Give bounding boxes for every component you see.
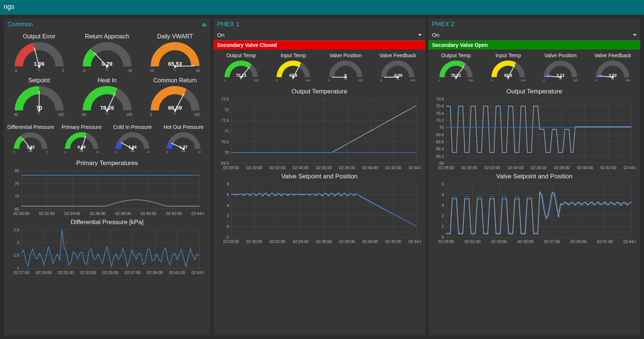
svg-text:02:37:00: 02:37:00 <box>544 239 560 244</box>
svg-text:02:32:00: 02:32:00 <box>39 211 55 216</box>
gauge-valve-position: Valve Position 3.13 % 0 100 <box>534 51 587 85</box>
gauge-label: Output Error <box>23 33 55 40</box>
svg-text:02:30:00: 02:30:00 <box>461 165 477 170</box>
svg-text:70.8: 70.8 <box>436 97 444 101</box>
svg-text:02:33:00: 02:33:00 <box>491 239 507 244</box>
svg-text:02:34:00: 02:34:00 <box>508 165 524 170</box>
svg-text:02:36:00: 02:36:00 <box>316 239 332 244</box>
gauge-label: Cold In Pressure <box>113 124 152 130</box>
svg-text:02:32:00: 02:32:00 <box>270 165 285 170</box>
gauge-label: Setpoint <box>28 77 50 84</box>
svg-text:02:44:00: 02:44:00 <box>409 239 421 244</box>
svg-text:70: 70 <box>15 194 19 198</box>
gauge-label: Valve Position <box>329 52 362 58</box>
svg-text:4: 4 <box>442 192 444 197</box>
collapse-icon[interactable] <box>202 23 207 26</box>
svg-text:02:31:00: 02:31:00 <box>465 239 480 244</box>
gauge-label: Valve Position <box>544 52 577 58</box>
svg-text:02:36:00: 02:36:00 <box>90 211 106 216</box>
panel-phex-2-title-row: PHEX 2 <box>428 18 640 30</box>
phex-2-gauges: Output Temp 70.01 C 0 100 Input Temp 65.… <box>428 49 640 86</box>
panel-common-title-row[interactable]: Common <box>4 18 210 30</box>
svg-text:70.5: 70.5 <box>221 140 229 144</box>
svg-text:70.2: 70.2 <box>436 118 444 123</box>
svg-text:65: 65 <box>15 207 19 211</box>
svg-text:70.4: 70.4 <box>436 111 444 116</box>
gauge-output-error: Output Error 1.06 C -5 5 <box>5 32 73 76</box>
gauge-label: Output Temp <box>441 52 471 58</box>
svg-text:02:29:00: 02:29:00 <box>36 270 52 275</box>
svg-text:69: 69 <box>439 161 444 165</box>
phex-2-mode-select[interactable]: On <box>428 30 640 41</box>
svg-text:71: 71 <box>225 129 229 133</box>
panel-phex-2: PHEX 2 On Secondary Valve Open Output Te… <box>428 18 640 335</box>
svg-text:02:31:00: 02:31:00 <box>58 270 74 275</box>
svg-text:02:30:00: 02:30:00 <box>14 211 30 216</box>
svg-text:02:44:00: 02:44:00 <box>192 211 204 216</box>
gauge-primary-pressure: Primary Pressure 6.04 bar 0 10 <box>56 123 107 157</box>
svg-text:69.2: 69.2 <box>436 154 444 158</box>
gauge-label: Primary Pressure <box>62 124 102 130</box>
gauge-differential-pressure: Differential Pressure 1.43 bar 0 5 <box>5 123 56 157</box>
page-header: ngs <box>0 0 644 15</box>
svg-text:02:40:00: 02:40:00 <box>577 165 593 170</box>
svg-text:02:44:00: 02:44:00 <box>624 239 636 244</box>
svg-text:8: 8 <box>227 182 229 186</box>
gauge-label: Valve Feedback <box>595 52 631 58</box>
chart-title-phex2-out: Output Temperature <box>428 86 640 96</box>
svg-text:4: 4 <box>227 203 229 208</box>
svg-text:02:32:00: 02:32:00 <box>270 239 285 244</box>
chart-title-diff-pressure: Differential Pressure [kPa] <box>4 217 210 227</box>
svg-text:02:39:00: 02:39:00 <box>571 239 586 244</box>
svg-text:5: 5 <box>442 182 444 186</box>
svg-text:72.5: 72.5 <box>221 97 229 101</box>
svg-text:02:29:00: 02:29:00 <box>438 239 454 244</box>
gauge-cold-in-pressure: Cold In Pressure 1.64 bar 0 10 <box>107 123 158 157</box>
chart-title-phex1-valve: Valve Setpoint and Position <box>213 171 425 181</box>
gauge-valve-feedback: Valve Feedback -0.06 % 0 100 <box>372 51 424 85</box>
svg-text:72: 72 <box>225 107 229 112</box>
phex-1-status-text: Secondary Valve Closed <box>217 42 277 48</box>
svg-text:70: 70 <box>439 125 444 130</box>
gauge-output-temp: Output Temp 72.13 C 0 100 <box>215 51 267 85</box>
svg-text:02:42:00: 02:42:00 <box>386 165 401 170</box>
svg-text:02:33:00: 02:33:00 <box>80 270 96 275</box>
svg-text:0: 0 <box>442 235 444 239</box>
svg-text:02:40:00: 02:40:00 <box>141 211 157 216</box>
svg-text:02:34:00: 02:34:00 <box>293 239 309 244</box>
gauge-output-temp: Output Temp 70.01 C 0 100 <box>430 51 482 85</box>
panel-phex-1-title-row: PHEX 1 <box>213 18 425 30</box>
svg-text:02:34:00: 02:34:00 <box>64 211 80 216</box>
common-gauges-large: Output Error 1.06 C -5 5 Return Approach… <box>4 30 210 121</box>
svg-text:02:28:00: 02:28:00 <box>223 239 239 244</box>
svg-text:3: 3 <box>442 203 444 208</box>
dashboard-body: Common Output Error 1.06 C -5 5 Return A… <box>0 15 644 339</box>
gauge-label: Return Approach <box>85 33 129 40</box>
svg-text:02:35:00: 02:35:00 <box>518 239 534 244</box>
svg-text:80: 80 <box>15 168 19 173</box>
panel-common-title: Common <box>7 21 33 28</box>
common-gauges-small: Differential Pressure 1.43 bar 0 5 Prima… <box>4 121 210 158</box>
svg-text:02:30:00: 02:30:00 <box>246 165 262 170</box>
chart-differential-pressure: 11.522.502:27:0002:29:0002:31:0002:33:00… <box>4 227 210 276</box>
gauge-heat-in: Heat In 78.26 C 40 100 <box>73 76 141 120</box>
svg-text:1: 1 <box>442 224 444 229</box>
svg-text:02:38:00: 02:38:00 <box>115 211 131 216</box>
header-text: ngs <box>4 3 14 10</box>
panel-common: Common Output Error 1.06 C -5 5 Return A… <box>4 18 210 335</box>
phex-1-gauges: Output Temp 72.13 C 0 100 Input Temp 65.… <box>213 49 425 86</box>
gauge-label: Differential Pressure <box>7 124 54 130</box>
phex-1-mode-select[interactable]: On <box>213 30 425 41</box>
gauge-label: Hot Out Pressure <box>164 124 203 130</box>
svg-text:0: 0 <box>227 224 229 229</box>
svg-text:02:38:00: 02:38:00 <box>554 165 570 170</box>
svg-text:02:38:00: 02:38:00 <box>339 165 355 170</box>
chart-title-phex2-valve: Valve Setpoint and Position <box>428 171 640 181</box>
svg-text:70: 70 <box>225 150 229 155</box>
gauge-hot-out-pressure: Hot Out Pressure 1.37 bar 0 10 <box>158 123 209 157</box>
gauge-return-approach: Return Approach 0.29 C -3 10 <box>73 32 141 76</box>
svg-text:02:38:00: 02:38:00 <box>339 239 355 244</box>
svg-text:69.5: 69.5 <box>221 161 229 165</box>
svg-text:02:30:00: 02:30:00 <box>246 239 262 244</box>
svg-text:02:40:00: 02:40:00 <box>362 239 378 244</box>
